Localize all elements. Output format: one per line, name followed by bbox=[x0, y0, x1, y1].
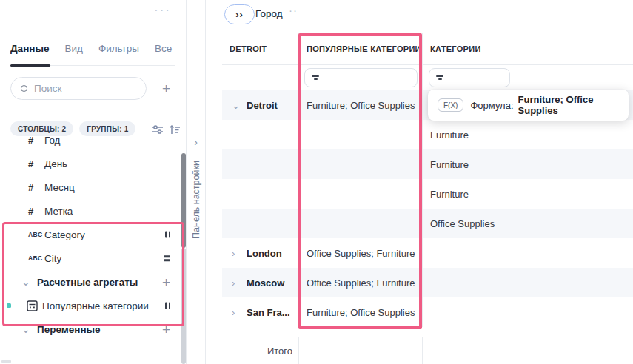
filter-input[interactable] bbox=[429, 68, 510, 87]
cell-popular-categories[interactable]: Office Supplies; Furniture bbox=[298, 268, 422, 297]
row-label: Detroit bbox=[247, 100, 278, 111]
column-header-detroit[interactable]: DETROIT bbox=[222, 33, 298, 64]
cell-category[interactable]: Furniture bbox=[422, 149, 633, 179]
tab-data[interactable]: Данные bbox=[10, 43, 49, 65]
table-row[interactable]: Furniture bbox=[222, 120, 633, 149]
tab-view[interactable]: Вид bbox=[64, 43, 82, 65]
cell-category[interactable]: Office Supplies bbox=[422, 209, 633, 238]
section-variables[interactable]: ⌄ Переменные + bbox=[0, 317, 186, 341]
collapse-sidebar-button[interactable]: ›› bbox=[224, 4, 255, 24]
add-field-button[interactable]: + bbox=[162, 81, 170, 95]
column-header-popular-categories[interactable]: ПОПУЛЯРНЫЕ КАТЕГОРИИ bbox=[298, 33, 422, 64]
add-variable-button[interactable]: + bbox=[162, 323, 170, 337]
table-row[interactable]: ›Moscow Office Supplies; Furniture bbox=[222, 268, 633, 297]
drag-handle-icon[interactable]: ·· bbox=[289, 4, 298, 16]
field-label: City bbox=[44, 253, 61, 264]
sort-icon[interactable] bbox=[169, 124, 181, 135]
cell-popular-categories[interactable]: Office Supplies; Furniture bbox=[298, 238, 422, 268]
expand-row-icon[interactable]: › bbox=[232, 307, 247, 318]
table-row[interactable]: ›London Office Supplies; Furniture bbox=[222, 238, 633, 268]
groups-count-badge[interactable]: ГРУППЫ: 1 bbox=[79, 121, 135, 136]
scrollbar-track[interactable] bbox=[181, 248, 186, 364]
settings-panel-collapsed[interactable]: › Панель настройки bbox=[187, 0, 206, 364]
filter-icon bbox=[436, 75, 443, 81]
filter-input[interactable] bbox=[304, 68, 418, 87]
field-label: Месяц bbox=[44, 182, 75, 193]
calculator-icon bbox=[27, 300, 38, 311]
list-item-field[interactable]: # Год bbox=[0, 135, 186, 152]
cell-category[interactable]: Furniture bbox=[422, 179, 633, 209]
field-list: # Год # День # Месяц # Метка ABC Categor… bbox=[0, 135, 186, 364]
panel-expand-chevron-icon[interactable]: › bbox=[187, 136, 205, 148]
formula-tooltip: F(X) Формула: Furniture; Office Supplies bbox=[428, 90, 629, 121]
data-panel-sidebar: ··· Данные Вид Фильтры Все Поиск + СТОЛБ… bbox=[0, 0, 187, 364]
search-input[interactable]: Поиск bbox=[10, 77, 147, 100]
field-label: Год bbox=[44, 135, 61, 146]
number-type-icon: # bbox=[28, 135, 44, 146]
settings-panel-label: Панель настройки bbox=[191, 161, 201, 239]
list-item-field[interactable]: # Месяц bbox=[0, 175, 186, 199]
list-item-field[interactable]: # Метка bbox=[0, 199, 186, 223]
horizontal-scrollbar[interactable] bbox=[1, 360, 11, 363]
used-in-rows-icon[interactable] bbox=[164, 255, 170, 261]
app-window: ··· Данные Вид Фильтры Все Поиск + СТОЛБ… bbox=[0, 0, 633, 364]
formula-tooltip-value: Furniture; Office Supplies bbox=[518, 94, 629, 116]
sidebar-tabs: Данные Вид Фильтры Все bbox=[10, 43, 175, 66]
list-item-field-category[interactable]: ABC Category bbox=[0, 223, 186, 246]
list-item-calculated-field[interactable]: Популярные категории bbox=[0, 294, 186, 317]
total-cell bbox=[298, 337, 422, 364]
table-spacer bbox=[222, 327, 633, 337]
cell-category[interactable] bbox=[422, 268, 633, 297]
columns-count-badge[interactable]: СТОЛБЦЫ: 2 bbox=[10, 121, 73, 136]
expand-row-icon[interactable]: › bbox=[232, 248, 247, 259]
used-in-columns-icon[interactable] bbox=[165, 303, 170, 309]
more-menu-icon[interactable]: ··· bbox=[154, 3, 171, 18]
table-row[interactable]: Office Supplies bbox=[222, 209, 633, 238]
collapse-row-icon[interactable]: ⌄ bbox=[232, 100, 247, 111]
cell-popular-categories[interactable]: Furniture; Office Supplies bbox=[298, 90, 422, 120]
table-header-row: DETROIT ПОПУЛЯРНЫЕ КАТЕГОРИИ КАТЕГОРИИ bbox=[222, 33, 633, 65]
row-label: San Fra... bbox=[247, 307, 290, 318]
list-item-field-city[interactable]: ABC City bbox=[0, 246, 186, 270]
table-total-row: Итого bbox=[222, 337, 633, 364]
table-row[interactable]: ›San Fra... Furniture; Office Supplies bbox=[222, 297, 633, 327]
cell-category[interactable] bbox=[422, 297, 633, 327]
tab-filters[interactable]: Фильтры bbox=[98, 43, 139, 65]
table-row[interactable]: Furniture bbox=[222, 149, 633, 179]
chevron-down-icon[interactable]: ⌄ bbox=[21, 323, 37, 335]
tab-all[interactable]: Все bbox=[155, 43, 172, 65]
pivot-table-area: ›› Город ·· DETROIT ПОПУЛЯРНЫЕ КАТЕГОРИИ… bbox=[206, 0, 633, 364]
cell-popular-categories[interactable] bbox=[298, 120, 422, 149]
page-title: Город bbox=[255, 8, 283, 19]
column-header-categories[interactable]: КАТЕГОРИИ bbox=[422, 33, 633, 64]
cell-popular-categories[interactable] bbox=[298, 179, 422, 209]
field-label: Популярные категории bbox=[42, 300, 149, 311]
expand-row-icon[interactable]: › bbox=[232, 277, 247, 289]
table-row[interactable]: Furniture bbox=[222, 179, 633, 209]
settings-sliders-icon[interactable] bbox=[151, 124, 164, 135]
cell-category[interactable] bbox=[422, 238, 633, 268]
number-type-icon: # bbox=[28, 158, 44, 169]
cell-popular-categories[interactable] bbox=[298, 209, 422, 238]
cell-category[interactable]: Furniture bbox=[422, 120, 633, 149]
cell-popular-categories[interactable]: Furniture; Office Supplies bbox=[298, 297, 422, 327]
total-cell bbox=[422, 337, 633, 364]
row-label: Moscow bbox=[247, 277, 284, 289]
cell-popular-categories[interactable] bbox=[298, 149, 422, 179]
search-icon bbox=[21, 85, 27, 92]
search-placeholder: Поиск bbox=[34, 83, 61, 94]
formula-fx-badge: F(X) bbox=[438, 98, 463, 112]
field-marker-dot bbox=[7, 303, 11, 308]
field-label: Метка bbox=[44, 206, 73, 217]
list-item-field[interactable]: # День bbox=[0, 152, 186, 175]
used-in-columns-icon[interactable] bbox=[165, 232, 170, 238]
text-type-icon: ABC bbox=[28, 255, 44, 262]
number-type-icon: # bbox=[28, 206, 44, 217]
add-aggregate-button[interactable]: + bbox=[162, 275, 170, 289]
section-calculated-aggregates[interactable]: ⌄ Расчетные агрегаты + bbox=[0, 270, 186, 294]
total-label: Итого bbox=[222, 337, 298, 364]
filter-icon bbox=[312, 75, 319, 81]
scrollbar-thumb[interactable] bbox=[181, 153, 186, 248]
text-type-icon: ABC bbox=[28, 231, 44, 238]
chevron-down-icon[interactable]: ⌄ bbox=[21, 276, 37, 288]
